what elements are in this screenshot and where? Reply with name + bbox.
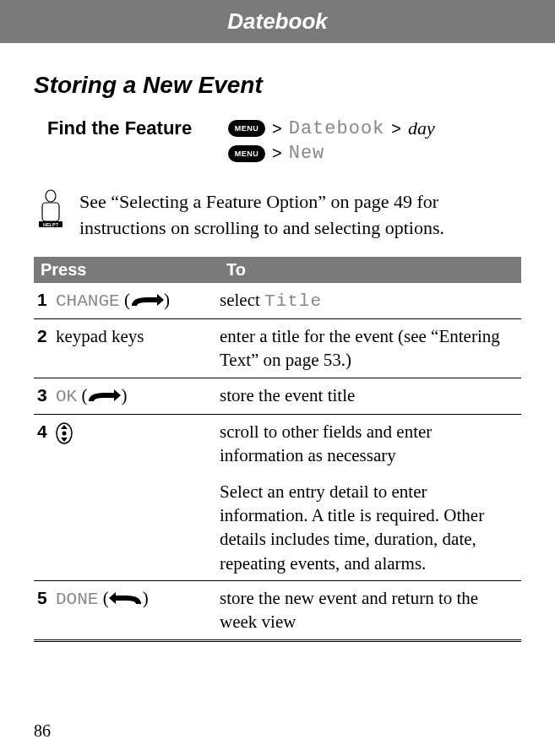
step-number: 3 bbox=[34, 383, 56, 409]
page-content: Storing a New Event Find the Feature MEN… bbox=[0, 43, 555, 642]
to-cell: select Title bbox=[220, 288, 521, 313]
feature-path-row: MENU > New bbox=[228, 143, 521, 164]
step-number: 5 bbox=[34, 586, 56, 634]
svg-marker-6 bbox=[61, 438, 68, 442]
table-row: 1CHANGE ()select Title bbox=[34, 283, 521, 319]
chapter-header: Datebook bbox=[0, 0, 555, 43]
step-number: 4 bbox=[34, 420, 56, 575]
press-cell: OK () bbox=[56, 383, 220, 409]
to-cell: store the new event and return to the we… bbox=[220, 586, 521, 634]
path-item: New bbox=[289, 143, 325, 164]
to-cell: enter a title for the event (see “Enteri… bbox=[220, 324, 521, 373]
table-row: 5DONE ()store the new event and return t… bbox=[34, 581, 521, 642]
table-header-to: To bbox=[220, 257, 521, 283]
softkey-label: DONE bbox=[56, 590, 98, 609]
table-row: 2keypad keysenter a title for the event … bbox=[34, 319, 521, 378]
page-number: 86 bbox=[34, 721, 51, 741]
scroll-key-icon bbox=[56, 422, 73, 444]
to-cell: scroll to other fields and enter informa… bbox=[220, 420, 521, 575]
press-cell bbox=[56, 420, 220, 575]
to-text: scroll to other fields and enter informa… bbox=[220, 422, 432, 465]
to-text: store the new event and return to the we… bbox=[220, 588, 478, 632]
step-number: 1 bbox=[34, 288, 56, 313]
press-text: keypad keys bbox=[56, 326, 144, 346]
to-text: store the event title bbox=[220, 385, 355, 405]
breadcrumb-separator: > bbox=[391, 119, 401, 139]
table-header-row: Press To bbox=[34, 257, 521, 283]
svg-point-7 bbox=[63, 432, 67, 436]
help-icon: HELP? bbox=[34, 189, 68, 228]
press-cell: CHANGE () bbox=[56, 288, 220, 313]
to-text: enter a title for the event (see “Enteri… bbox=[220, 326, 500, 370]
svg-rect-1 bbox=[42, 203, 59, 221]
left-softkey-icon bbox=[109, 592, 143, 607]
table-row: 3OK ()store the event title bbox=[34, 378, 521, 415]
to-cell: store the event title bbox=[220, 383, 521, 409]
instruction-table: Press To 1CHANGE ()select Title2keypad k… bbox=[34, 257, 521, 642]
menu-key-icon: MENU bbox=[228, 120, 265, 137]
right-softkey-icon bbox=[87, 389, 121, 405]
breadcrumb-separator: > bbox=[272, 144, 282, 163]
breadcrumb-separator: > bbox=[272, 119, 282, 139]
feature-paths: MENU > Datebook > day MENU > New bbox=[228, 117, 521, 167]
softkey-label: OK bbox=[56, 387, 77, 406]
press-cell: DONE () bbox=[56, 586, 220, 634]
svg-marker-5 bbox=[61, 425, 68, 429]
path-item: Datebook bbox=[289, 118, 385, 139]
path-item-italic: day bbox=[408, 117, 435, 139]
chapter-title: Datebook bbox=[227, 8, 327, 34]
help-text: See “Selecting a Feature Option” on page… bbox=[79, 189, 521, 242]
to-code: Title bbox=[264, 291, 322, 311]
section-title: Storing a New Event bbox=[34, 72, 521, 99]
right-softkey-icon bbox=[130, 294, 164, 309]
find-feature-label: Find the Feature bbox=[34, 117, 228, 167]
step-number: 2 bbox=[34, 324, 56, 373]
to-text: select bbox=[220, 290, 264, 310]
svg-text:HELP?: HELP? bbox=[43, 222, 59, 227]
press-cell: keypad keys bbox=[56, 324, 220, 373]
find-the-feature: Find the Feature MENU > Datebook > day M… bbox=[34, 117, 521, 167]
to-text-extra: Select an entry detail to enter informat… bbox=[220, 480, 516, 575]
table-header-press: Press bbox=[34, 257, 220, 283]
menu-key-icon: MENU bbox=[228, 145, 265, 162]
help-note: HELP? See “Selecting a Feature Option” o… bbox=[34, 189, 521, 242]
table-row: 4scroll to other fields and enter inform… bbox=[34, 415, 521, 581]
softkey-label: CHANGE bbox=[56, 291, 120, 311]
svg-point-0 bbox=[46, 190, 56, 202]
feature-path-row: MENU > Datebook > day bbox=[228, 117, 521, 139]
